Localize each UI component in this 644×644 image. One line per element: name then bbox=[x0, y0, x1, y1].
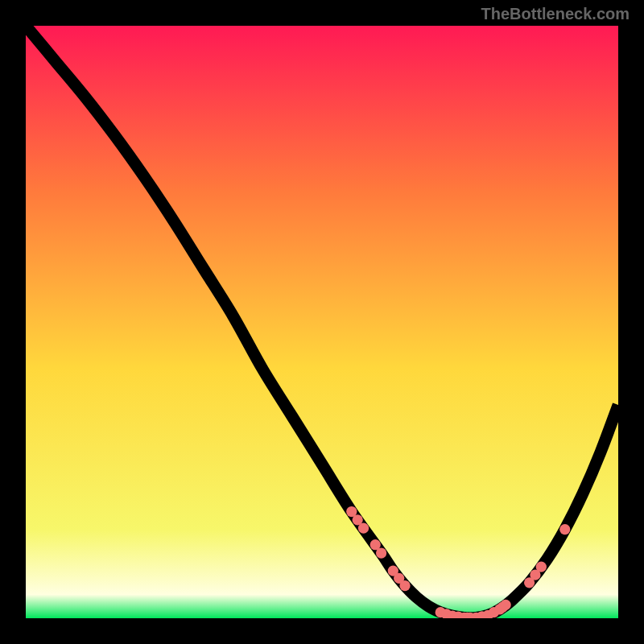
curve-marker bbox=[376, 547, 386, 558]
chart-svg bbox=[26, 26, 618, 618]
curve-marker bbox=[358, 523, 369, 534]
chart-frame: TheBottleneck.com bbox=[0, 0, 644, 644]
plot-background bbox=[26, 26, 618, 618]
watermark-text: TheBottleneck.com bbox=[481, 5, 630, 23]
curve-marker bbox=[536, 562, 547, 572]
curve-marker bbox=[559, 524, 570, 535]
curve-marker bbox=[399, 580, 410, 591]
curve-marker bbox=[501, 600, 511, 610]
